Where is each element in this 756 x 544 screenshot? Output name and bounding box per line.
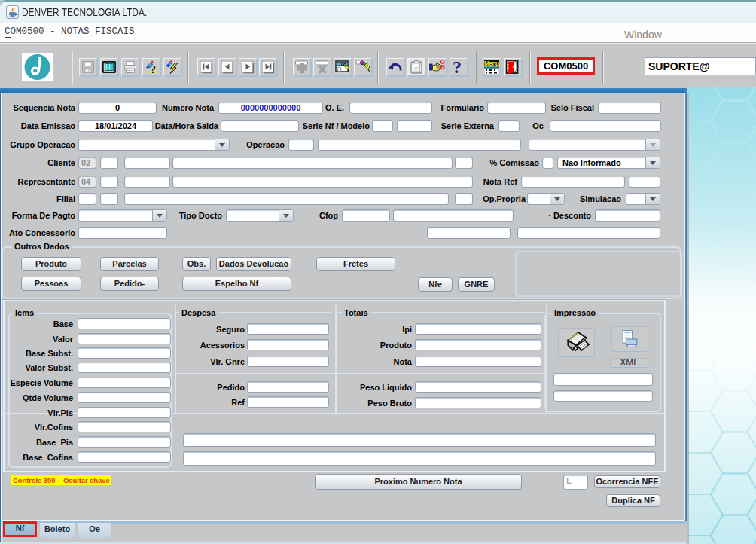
svg-text:?: ? [151,63,157,75]
svg-text:Menu: Menu [484,60,499,67]
svg-text:?: ? [453,60,462,75]
